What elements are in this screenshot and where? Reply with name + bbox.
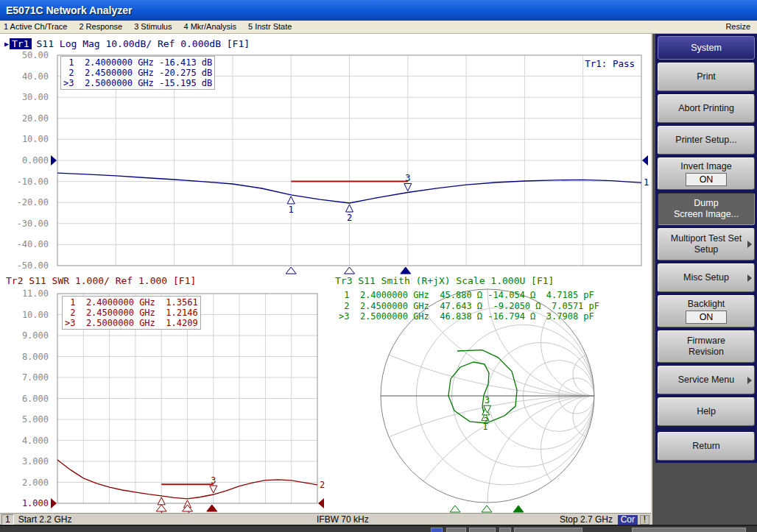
stimulus-marker (401, 267, 411, 274)
softkey-label: Help (697, 406, 716, 417)
tr1-ref-level-arrow-right[interactable] (642, 155, 648, 166)
tr1-title[interactable]: ▶Tr1S11 Log Mag 10.00dB/ Ref 0.000dB [F1… (4, 38, 250, 49)
tr1-title-text: S11 Log Mag 10.00dB/ Ref 0.000dB [F1] (32, 38, 250, 49)
menu-item-4-mkr-analysis[interactable]: 4 Mkr/Analysis (180, 21, 244, 33)
service-menu-button[interactable]: Service Menu (658, 366, 755, 394)
y-axis-label: -40.00 (10, 239, 49, 249)
tr1-marker-2[interactable]: 2 (346, 205, 353, 223)
softkey-label: Misc Setup (683, 272, 729, 283)
stimulus-marker (345, 267, 355, 274)
ifbw-readout: IFBW 70 kHz (317, 514, 369, 525)
softkey-state-value: ON (686, 173, 728, 186)
y-axis-label: 40.00 (10, 71, 49, 82)
y-axis-label: 3.000 (10, 456, 49, 467)
softkey-stack: System PrintAbort PrintingPrinter Setup.… (655, 34, 757, 463)
taskbar-button[interactable] (499, 528, 511, 532)
y-axis-label: -10.00 (10, 177, 49, 187)
marker-row: 1 2.4000000 GHz -16.413 dB (63, 57, 212, 68)
y-axis-label: 50.00 (10, 50, 49, 60)
tr1-marker-3[interactable]: 3 (404, 173, 412, 191)
softkey-label: Printer Setup... (675, 135, 736, 146)
abort-printing-button[interactable]: Abort Printing (658, 94, 755, 123)
y-axis-label: 2.000 (10, 478, 49, 488)
taskbar-button[interactable] (469, 528, 496, 532)
backlight-button[interactable]: BacklightON (658, 295, 755, 327)
marker-row: >3 2.5000000 GHz -15.195 dB (63, 78, 212, 88)
menu-item-5-instr-state[interactable]: 5 Instr State (244, 21, 300, 33)
submenu-arrow-icon (747, 274, 752, 282)
printer-setup-button[interactable]: Printer Setup... (658, 126, 755, 155)
tr3-trace (448, 350, 517, 423)
firmware-revision-button[interactable]: FirmwareRevision (658, 330, 755, 363)
menu-item-3-stimulus[interactable]: 3 Stimulus (130, 21, 180, 33)
display-area: 12311232123 ▶Tr1S11 Log Mag 10.00dB/ Ref… (0, 34, 651, 513)
y-axis-label: -20.00 (10, 197, 49, 208)
tr1-marker-table: 1 2.4000000 GHz -16.413 dB 2 2.4500000 G… (60, 56, 215, 90)
warning-badge: ! (640, 515, 649, 525)
misc-setup-button[interactable]: Misc Setup (658, 263, 755, 292)
marker-row: >3 2.5000000 GHz 46.838 Ω -16.794 Ω 3.79… (339, 311, 599, 322)
svg-text:3: 3 (485, 395, 490, 405)
window-title: E5071C Network Analyzer (6, 4, 132, 16)
tr2-ref-level-arrow-right[interactable] (318, 498, 324, 508)
y-axis-label: 6.000 (10, 394, 49, 404)
y-axis-label: 11.00 (10, 288, 49, 299)
softkey-label: Return (692, 441, 720, 452)
y-axis-label: -30.00 (10, 219, 49, 229)
dump-screen-image-button[interactable]: DumpScreen Image... (658, 193, 755, 225)
stimulus-marker (450, 506, 460, 512)
taskbar-button[interactable] (514, 528, 582, 532)
help-button[interactable]: Help (658, 397, 755, 426)
svg-text:3: 3 (211, 475, 216, 486)
marker-row: 2 2.4500000 GHz -20.275 dB (63, 68, 212, 78)
menu-item-1-active-ch-trace[interactable]: 1 Active Ch/Trace (0, 21, 75, 33)
title-bar[interactable]: E5071C Network Analyzer (0, 0, 757, 21)
taskbar-button[interactable] (446, 528, 466, 532)
marker-row: >3 2.5000000 GHz 1.4209 (65, 318, 198, 328)
softkey-menu-header: System (658, 36, 755, 60)
tr1-ref-level-arrow-left[interactable] (51, 155, 57, 166)
active-trace-arrow-icon: ▶ (4, 40, 9, 48)
tr3-title[interactable]: Tr3 S11 Smith (R+jX) Scale 1.000U [F1] (335, 275, 554, 286)
tr1-marker-1[interactable]: 1 (287, 196, 295, 215)
svg-text:2: 2 (347, 213, 352, 223)
submenu-arrow-icon (747, 377, 752, 384)
y-axis-label: 1.000 (10, 498, 49, 508)
softkey-label: Multiport Test Set (671, 233, 742, 244)
tr2-title[interactable]: Tr2 S11 SWR 1.000/ Ref 1.000 [F1] (6, 275, 196, 286)
channel-number: 1 (1, 514, 14, 525)
multiport-test-set-setup-button[interactable]: Multiport Test SetSetup (658, 228, 755, 260)
menu-item-2-response[interactable]: 2 Response (75, 21, 130, 33)
return-button[interactable]: Return (658, 432, 755, 461)
stimulus-marker (207, 505, 217, 511)
submenu-arrow-icon (747, 241, 752, 248)
stimulus-marker (183, 505, 193, 511)
resize-button[interactable]: Resize (719, 21, 757, 33)
tr2-ref-level-arrow-left[interactable] (51, 498, 57, 508)
clipped-taskbar (0, 525, 757, 532)
print-button[interactable]: Print (658, 63, 755, 91)
softkey-sidebar: System PrintAbort PrintingPrinter Setup.… (651, 34, 757, 525)
tr2-marker-3[interactable]: 3 (210, 475, 217, 493)
softkey-label: Abort Printing (678, 103, 734, 114)
taskbar-button[interactable] (431, 528, 443, 532)
tr1-trace-number: 1 (644, 177, 649, 188)
softkey-state-value: ON (686, 311, 728, 324)
y-axis-label: 20.00 (10, 113, 49, 124)
marker-row: 2 2.4500000 GHz 1.2146 (65, 308, 198, 318)
taskbar-button[interactable] (632, 528, 746, 532)
tr1-badge: Tr1 (10, 38, 31, 49)
stimulus-marker (513, 506, 524, 512)
softkey-label: Invert Image (680, 161, 731, 172)
smith-chart-grid (60, 34, 651, 513)
marker-row: 1 2.4000000 GHz 1.3561 (65, 297, 198, 308)
tr1-limit-result: Tr1: Pass (585, 58, 635, 69)
app-window: E5071C Network Analyzer 1 Active Ch/Trac… (0, 0, 757, 532)
stimulus-marker (286, 267, 296, 274)
y-axis-label: 10.00 (10, 310, 49, 320)
invert-image-button[interactable]: Invert ImageON (658, 157, 755, 190)
y-axis-label: 7.000 (10, 372, 49, 383)
y-axis-label: 30.00 (10, 92, 49, 102)
svg-text:2: 2 (483, 416, 488, 426)
y-axis-label: 8.000 (10, 352, 49, 362)
